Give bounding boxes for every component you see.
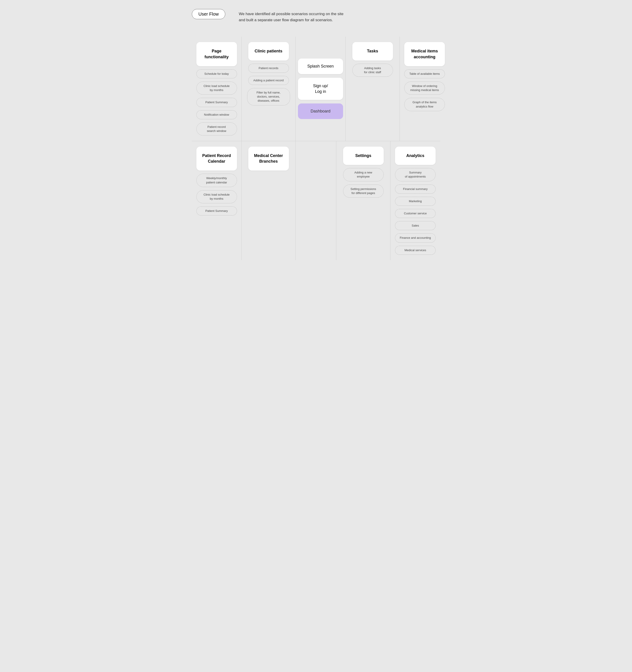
tasks-box: Tasks bbox=[352, 42, 393, 60]
child-adding-patient-record[interactable]: Adding a patient record bbox=[248, 76, 289, 85]
child-patient-records[interactable]: Patient records bbox=[248, 64, 289, 73]
child-notification-window[interactable]: Notification window bbox=[196, 110, 237, 119]
tasks-section: Tasks Adding tasksfor clinic staff bbox=[346, 37, 400, 141]
medical-items-box: Medical items accounting bbox=[404, 42, 445, 66]
child-adding-tasks[interactable]: Adding tasksfor clinic staff bbox=[352, 64, 393, 77]
header: User Flow We have identified all possibl… bbox=[192, 9, 440, 23]
center-section: Splash Screen Sign up/Log in Dashboard bbox=[296, 37, 346, 141]
analytics-box: Analytics bbox=[395, 147, 436, 165]
page-functionality-box: Page functionality bbox=[196, 42, 237, 66]
child-sales[interactable]: Sales bbox=[395, 221, 436, 230]
analytics-section: Analytics Summaryof appointments Financi… bbox=[390, 141, 440, 260]
clinic-patients-box: Clinic patients bbox=[248, 42, 289, 60]
patient-record-calendar-box: Patient Record Calendar bbox=[196, 147, 237, 171]
child-customer-service[interactable]: Customer service bbox=[395, 209, 436, 218]
child-setting-permissions[interactable]: Setting permissionsfor different pages bbox=[343, 185, 384, 198]
settings-section: Settings Adding a newemployee Setting pe… bbox=[336, 141, 390, 260]
child-clinic-load-months[interactable]: Clinic load scheduleby months bbox=[196, 81, 237, 95]
page-functionality-section: Page functionality Schedule for today Cl… bbox=[192, 37, 242, 141]
medical-center-branches-section: Medical Center Branches bbox=[242, 141, 296, 260]
child-graph-analytics-flow[interactable]: Graph of the itemsanalytics flow bbox=[404, 98, 445, 111]
child-medical-services[interactable]: Medical services bbox=[395, 246, 436, 255]
medical-center-branches-box: Medical Center Branches bbox=[248, 147, 289, 171]
login-box: Sign up/Log in bbox=[298, 78, 343, 100]
settings-box: Settings bbox=[343, 147, 384, 165]
patient-record-calendar-section: Patient Record Calendar Weekly/monthlypa… bbox=[192, 141, 242, 260]
clinic-patients-section: Clinic patients Patient records Adding a… bbox=[242, 37, 296, 141]
child-clinic-load-months-prc[interactable]: Clinic load scheduleby months bbox=[196, 190, 237, 203]
dashboard-box[interactable]: Dashboard bbox=[298, 103, 343, 119]
diagram-area: Page functionality Schedule for today Cl… bbox=[192, 37, 440, 260]
child-summary-appointments[interactable]: Summaryof appointments bbox=[395, 168, 436, 181]
user-flow-badge[interactable]: User Flow bbox=[192, 9, 225, 19]
center-bottom-empty bbox=[296, 141, 336, 260]
child-marketing[interactable]: Marketing bbox=[395, 197, 436, 206]
child-patient-summary-prc[interactable]: Patient Summary bbox=[196, 207, 237, 215]
child-finance-accounting[interactable]: Finance and accounting bbox=[395, 233, 436, 242]
child-weekly-monthly-calendar[interactable]: Weekly/monthlypatient calendar bbox=[196, 174, 237, 187]
child-patient-record-search[interactable]: Patient recordsearch window bbox=[196, 122, 237, 136]
splash-screen-box: Splash Screen bbox=[298, 58, 343, 74]
header-description: We have identified all possible scenario… bbox=[239, 9, 347, 23]
child-patient-summary-pf[interactable]: Patient Summary bbox=[196, 98, 237, 107]
child-table-available-items[interactable]: Table of available items bbox=[404, 69, 445, 78]
child-adding-new-employee[interactable]: Adding a newemployee bbox=[343, 168, 384, 181]
child-financial-summary[interactable]: Financial summary bbox=[395, 185, 436, 194]
child-schedule-today[interactable]: Schedule for today bbox=[196, 69, 237, 78]
medical-items-section: Medical items accounting Table of availa… bbox=[400, 37, 449, 141]
child-ordering-missing[interactable]: Window of orderingmissing medical items bbox=[404, 81, 445, 95]
child-filter-patients[interactable]: Filter by full name,doctors, services,di… bbox=[247, 88, 290, 105]
